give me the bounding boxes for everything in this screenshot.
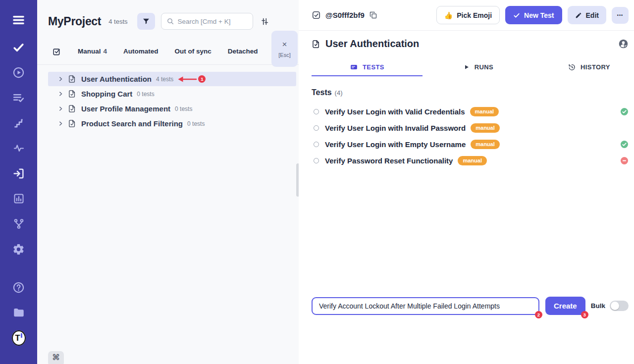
close-icon[interactable]: × — [282, 40, 287, 49]
runs-nav-icon[interactable] — [12, 65, 26, 79]
detail-tab-label: TESTS — [363, 63, 384, 71]
suite-row[interactable]: Shopping Cart 0 tests — [48, 87, 296, 101]
filter-tab-label: Detached — [228, 48, 258, 55]
pick-emoji-label: Pick Emoji — [457, 11, 492, 19]
suite-test-count: 0 tests — [137, 91, 154, 98]
test-plans-nav-icon[interactable] — [12, 91, 26, 104]
check-icon — [513, 12, 520, 19]
search-input[interactable] — [178, 18, 248, 25]
escape-popup: × [Esc] — [271, 31, 298, 67]
checkbox-icon[interactable] — [312, 10, 321, 20]
test-bullet-icon[interactable] — [314, 125, 319, 131]
create-test-row: 2 Create 3 Bulk — [299, 297, 634, 315]
tests-nav-icon[interactable] — [12, 40, 26, 54]
filter-tab[interactable]: Out of sync — [175, 48, 211, 55]
suite-title-row: User Authentication — [299, 38, 634, 50]
logo-letter: T — [15, 334, 20, 342]
test-bullet-icon[interactable] — [314, 158, 319, 163]
panel-divider — [37, 64, 299, 65]
app-logo[interactable]: T — [12, 331, 26, 345]
detail-tab[interactable]: TESTS — [312, 59, 423, 76]
page-title: User Authentication — [325, 38, 419, 50]
chevron-right-icon[interactable] — [58, 121, 63, 126]
suite-row[interactable]: User Profile Management 0 tests — [48, 102, 296, 116]
milestones-nav-icon[interactable] — [12, 116, 26, 130]
tests-tab-icon — [350, 63, 358, 71]
suite-row[interactable]: User Authentication 4 tests 1 — [48, 72, 296, 86]
detail-tabs: TESTS RUNS — [299, 59, 634, 76]
create-button[interactable]: Create — [545, 297, 585, 315]
suites-panel: MyProject 4 tests × [Esc] Manual4 Automa… — [37, 0, 299, 364]
assignee-icon[interactable] — [618, 39, 629, 49]
annotation-number-badge: 1 — [198, 75, 206, 83]
test-row[interactable]: Verify User Login with Invalid Password … — [299, 120, 634, 136]
chevron-right-icon[interactable] — [58, 91, 63, 97]
suite-document-icon — [68, 119, 76, 128]
logo-accent — [21, 333, 22, 338]
suite-id: @S0fff2bf9 — [325, 11, 365, 19]
more-options-button[interactable]: ••• — [612, 7, 629, 24]
suite-row[interactable]: Product Search and Filtering 0 tests — [48, 116, 296, 131]
status-passed-icon — [621, 141, 628, 148]
menu-icon[interactable] — [12, 11, 26, 29]
test-title[interactable]: Verify User Login with Valid Credentials — [325, 107, 465, 116]
tests-section-header: Tests (4) — [299, 88, 634, 97]
filter-tabs: Manual4 Automated Out of sync Detached — [37, 45, 299, 57]
command-key-button[interactable]: ⌘ — [48, 351, 64, 364]
test-row[interactable]: Verify Password Reset Functionality manu… — [299, 153, 634, 169]
select-all-icon[interactable] — [52, 47, 61, 56]
tests-section-count: (4) — [335, 89, 343, 97]
suite-test-count: 0 tests — [175, 105, 192, 112]
manual-badge: manual — [458, 156, 487, 165]
test-title[interactable]: Verify User Login with Empty Username — [325, 140, 466, 149]
suite-title[interactable]: User Profile Management — [81, 104, 170, 113]
funnel-icon — [142, 17, 150, 25]
filter-tab-label: Automated — [123, 48, 158, 55]
search-box — [161, 13, 253, 30]
bulk-toggle[interactable] — [610, 301, 629, 311]
new-test-title-input[interactable] — [312, 297, 539, 315]
projects-folder-icon[interactable] — [12, 306, 26, 319]
play-icon — [463, 63, 470, 71]
branches-nav-icon[interactable] — [12, 217, 26, 231]
suite-id-group: @S0fff2bf9 — [312, 10, 377, 20]
edit-button[interactable]: Edit — [568, 6, 606, 24]
manual-badge: manual — [471, 140, 500, 149]
analytics-nav-icon[interactable] — [12, 192, 26, 206]
bulk-label: Bulk — [591, 302, 605, 310]
test-title[interactable]: Verify User Login with Invalid Password — [325, 124, 466, 132]
new-test-button[interactable]: New Test — [505, 6, 562, 24]
filter-tab[interactable]: Detached — [228, 48, 258, 55]
suite-title[interactable]: User Authentication — [81, 75, 152, 83]
filter-tab[interactable]: Automated — [123, 48, 158, 55]
pick-emoji-button[interactable]: 👍 Pick Emoji — [436, 6, 500, 24]
advanced-filter-icon[interactable] — [260, 17, 269, 26]
test-bullet-icon[interactable] — [314, 142, 319, 147]
filter-button[interactable] — [137, 13, 155, 30]
project-title: MyProject — [48, 15, 101, 28]
test-row[interactable]: Verify User Login with Valid Credentials… — [299, 104, 634, 120]
help-icon[interactable] — [12, 280, 26, 294]
annotation-arrow-icon — [176, 76, 197, 83]
chevron-right-icon[interactable] — [58, 106, 63, 111]
suite-title[interactable]: Shopping Cart — [81, 90, 132, 98]
import-nav-icon[interactable] — [12, 166, 26, 180]
detail-tab[interactable]: HISTORY — [533, 59, 634, 76]
test-title[interactable]: Verify Password Reset Functionality — [325, 156, 453, 165]
suite-title[interactable]: Product Search and Filtering — [81, 119, 183, 128]
filter-tab-count: 4 — [104, 48, 107, 55]
detail-tab[interactable]: RUNS — [423, 59, 533, 76]
ellipsis-icon: ••• — [617, 13, 623, 18]
settings-nav-icon[interactable] — [12, 242, 26, 256]
edit-label: Edit — [586, 11, 599, 19]
manual-badge: manual — [470, 107, 499, 116]
test-bullet-icon[interactable] — [314, 109, 319, 114]
chevron-right-icon[interactable] — [58, 76, 63, 82]
search-icon — [166, 17, 174, 25]
filter-tab[interactable]: Manual4 — [78, 48, 107, 55]
pulse-nav-icon[interactable] — [12, 141, 26, 155]
status-passed-icon — [621, 108, 628, 115]
copy-icon[interactable] — [369, 11, 377, 19]
topbar-actions: 👍 Pick Emoji New Test Edit ••• — [436, 6, 629, 24]
test-row[interactable]: Verify User Login with Empty Username ma… — [299, 136, 634, 153]
